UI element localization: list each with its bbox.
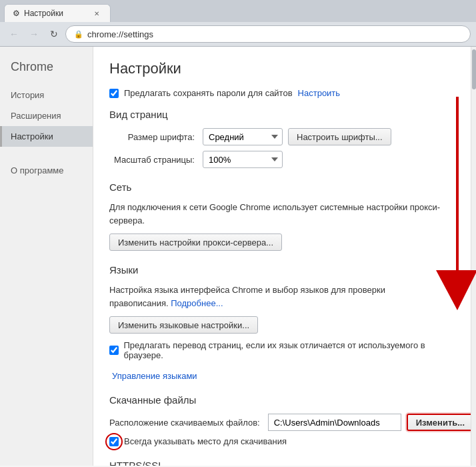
- section-downloads-title: Скачанные файлы: [109, 394, 455, 406]
- download-path-label: Расположение скачиваемых файлов:: [109, 418, 260, 428]
- manage-languages-link[interactable]: Управление языками: [112, 371, 197, 381]
- section-languages-title: Языки: [109, 264, 455, 276]
- active-tab[interactable]: ⚙ Настройки ✕: [4, 4, 111, 22]
- download-path-input[interactable]: [268, 414, 401, 431]
- translate-checkbox[interactable]: [109, 346, 119, 355]
- languages-description: Настройка языка интерфейса Chrome и выбо…: [109, 284, 455, 310]
- sidebar-item-history[interactable]: История: [0, 85, 93, 105]
- always-ask-label: Всегда указывать место для скачивания: [124, 436, 287, 446]
- page-title: Настройки: [109, 60, 455, 77]
- offer-passwords-row: Предлагать сохранять пароли для сайтов Н…: [109, 88, 455, 98]
- offer-passwords-link[interactable]: Настроить: [298, 88, 341, 98]
- proxy-settings-button[interactable]: Изменить настройки прокси-сервера...: [109, 234, 282, 251]
- forward-button[interactable]: →: [25, 25, 43, 43]
- address-text: chrome://settings: [87, 29, 153, 39]
- browser-chrome: ⚙ Настройки ✕ ← → ↻ 🔒 chrome://settings: [0, 0, 476, 47]
- languages-more-link[interactable]: Подробнее...: [171, 298, 223, 308]
- change-download-path-button[interactable]: Изменить...: [407, 414, 471, 431]
- zoom-select[interactable]: 100%: [203, 151, 283, 168]
- font-size-row: Размер шрифта: Средний Настроить шрифты.…: [109, 128, 455, 145]
- sidebar-item-about[interactable]: О программе: [0, 160, 93, 181]
- offer-passwords-label: Предлагать сохранять пароли для сайтов: [124, 88, 293, 98]
- sidebar-item-extensions[interactable]: Расширения: [0, 105, 93, 126]
- sidebar-item-settings[interactable]: Настройки: [0, 126, 93, 147]
- customize-fonts-button[interactable]: Настроить шрифты...: [288, 128, 391, 145]
- section-page-view-title: Вид страниц: [109, 109, 455, 120]
- language-settings-button[interactable]: Изменить языковые настройки...: [109, 316, 258, 334]
- font-size-select[interactable]: Средний: [203, 128, 283, 145]
- main-content: Настройки Предлагать сохранять пароли дл…: [93, 47, 471, 466]
- back-button[interactable]: ←: [5, 25, 23, 43]
- address-bar[interactable]: 🔒 chrome://settings: [65, 25, 471, 43]
- main-wrapper: Настройки Предлагать сохранять пароли дл…: [93, 47, 476, 466]
- always-ask-row: Всегда указывать место для скачивания: [109, 436, 455, 446]
- translate-row: Предлагать перевод страниц, если их язык…: [109, 340, 455, 360]
- navigation-bar: ← → ↻ 🔒 chrome://settings: [0, 22, 476, 47]
- network-description: Для подключения к сети Google Chrome исп…: [109, 201, 455, 227]
- zoom-row: Масштаб страницы: 100%: [109, 151, 455, 168]
- font-size-control: Средний Настроить шрифты...: [203, 128, 391, 145]
- section-network: Сеть Для подключения к сети Google Chrom…: [109, 181, 455, 251]
- sidebar-brand: Chrome: [0, 55, 93, 85]
- section-page-view: Вид страниц Размер шрифта: Средний Настр…: [109, 109, 455, 168]
- section-languages: Языки Настройка языка интерфейса Chrome …: [109, 264, 455, 381]
- always-ask-checkbox[interactable]: [109, 437, 119, 446]
- section-downloads: Скачанные файлы Расположение скачиваемых…: [109, 394, 455, 446]
- address-lock-icon: 🔒: [74, 30, 83, 39]
- tab-favicon-icon: ⚙: [13, 9, 20, 18]
- download-path-row: Расположение скачиваемых файлов: Изменит…: [109, 414, 455, 431]
- scrollbar-thumb[interactable]: [472, 49, 476, 89]
- always-ask-checkbox-container: [109, 437, 119, 446]
- font-size-label: Размер шрифта:: [109, 132, 203, 142]
- section-network-title: Сеть: [109, 181, 455, 193]
- sidebar: Chrome История Расширения Настройки О пр…: [0, 47, 93, 466]
- scrollbar[interactable]: [471, 47, 476, 466]
- section-https-ssl: HTTPS/SSL Настроить сертификаты...: [109, 460, 455, 466]
- zoom-label: Масштаб страницы:: [109, 155, 203, 165]
- tab-bar: ⚙ Настройки ✕: [0, 0, 476, 22]
- tab-title: Настройки: [24, 9, 87, 18]
- page-body: Chrome История Расширения Настройки О пр…: [0, 47, 476, 466]
- translate-label: Предлагать перевод страниц, если их язык…: [124, 340, 455, 360]
- section-https-ssl-title: HTTPS/SSL: [109, 460, 455, 466]
- offer-passwords-checkbox[interactable]: [109, 89, 119, 98]
- zoom-control: 100%: [203, 151, 283, 168]
- reload-button[interactable]: ↻: [45, 25, 63, 43]
- tab-close-button[interactable]: ✕: [91, 8, 102, 19]
